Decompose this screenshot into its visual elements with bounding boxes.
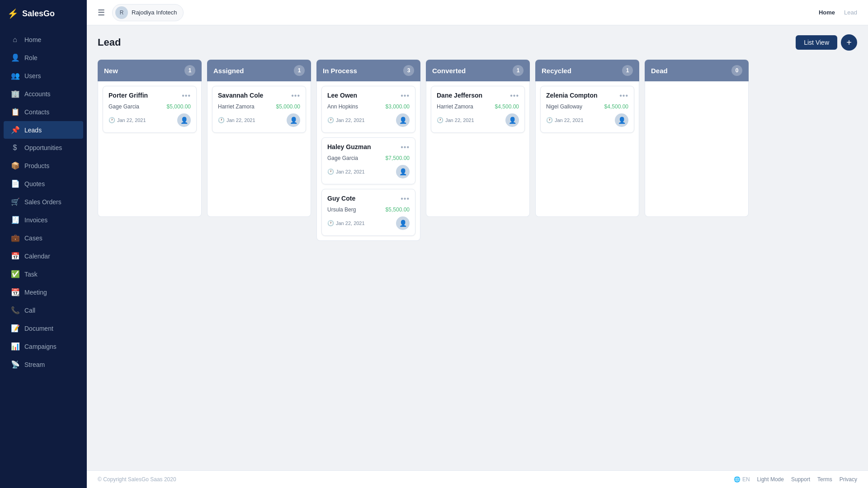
card-date: 🕐 Jan 22, 2021 <box>546 117 584 123</box>
card-menu-icon[interactable]: ••• <box>401 143 410 151</box>
col-title-dead: Dead <box>651 67 668 75</box>
card-date-text: Jan 22, 2021 <box>226 117 255 123</box>
card-menu-icon[interactable]: ••• <box>510 92 519 100</box>
col-header-new: New 1 <box>98 60 202 81</box>
sidebar-label-document: Document <box>24 325 53 332</box>
sidebar-item-sales-orders[interactable]: 🛒 Sales Orders <box>4 193 83 211</box>
sidebar-label-leads: Leads <box>24 127 42 134</box>
sidebar-item-call[interactable]: 📞 Call <box>4 301 83 319</box>
company-selector[interactable]: R Rajodiya Infotech <box>112 4 184 21</box>
kanban-card[interactable]: Porter Griffin ••• Gage Garcia $5,000.00… <box>103 86 197 133</box>
sidebar-label-campaigns: Campaigns <box>24 343 57 350</box>
card-date-text: Jan 22, 2021 <box>555 117 584 123</box>
copyright: © Copyright SalesGo Saas 2020 <box>98 476 176 483</box>
sidebar-item-calendar[interactable]: 📅 Calendar <box>4 247 83 265</box>
role-icon: 👤 <box>11 53 19 62</box>
card-assignee: Ann Hopkins <box>327 103 358 110</box>
card-menu-icon[interactable]: ••• <box>401 92 410 100</box>
col-body-new: Porter Griffin ••• Gage Garcia $5,000.00… <box>98 81 202 217</box>
sidebar-item-opportunities[interactable]: $ Opportunities <box>4 139 83 156</box>
sidebar-item-role[interactable]: 👤 Role <box>4 49 83 66</box>
card-amount: $5,000.00 <box>167 103 191 110</box>
invoices-icon: 🧾 <box>11 216 19 224</box>
card-name: Guy Cote <box>327 195 355 202</box>
card-menu-icon[interactable]: ••• <box>619 92 628 100</box>
topbar-home[interactable]: Home <box>819 9 835 16</box>
kanban-card[interactable]: Guy Cote ••• Ursula Berg $5,500.00 🕐 Jan… <box>321 189 415 236</box>
cases-icon: 💼 <box>11 234 19 242</box>
sidebar-item-meeting[interactable]: 📆 Meeting <box>4 283 83 301</box>
support-link[interactable]: Support <box>791 476 810 483</box>
add-lead-button[interactable]: + <box>841 34 857 51</box>
card-amount: $4,500.00 <box>604 103 628 110</box>
privacy-link[interactable]: Privacy <box>840 476 857 483</box>
kanban-card[interactable]: Savannah Cole ••• Harriet Zamora $5,000.… <box>212 86 306 133</box>
light-mode-toggle[interactable]: Light Mode <box>757 476 784 483</box>
card-date: 🕐 Jan 22, 2021 <box>327 220 365 226</box>
clock-icon: 🕐 <box>327 117 334 123</box>
kanban-card[interactable]: Zelenia Compton ••• Nigel Galloway $4,50… <box>540 86 634 133</box>
app-logo[interactable]: ⚡ SalesGo <box>0 0 87 27</box>
topbar-nav: Home Lead <box>819 9 857 16</box>
col-body-in-process: Lee Owen ••• Ann Hopkins $3,000.00 🕐 Jan… <box>316 81 420 241</box>
kanban-card[interactable]: Haley Guzman ••• Gage Garcia $7,500.00 🕐… <box>321 137 415 184</box>
sidebar-item-quotes[interactable]: 📄 Quotes <box>4 175 83 192</box>
sidebar-item-accounts[interactable]: 🏢 Accounts <box>4 85 83 103</box>
card-menu-icon[interactable]: ••• <box>401 195 410 203</box>
page-header: Lead List View + <box>98 34 857 51</box>
page-header-actions: List View + <box>796 34 857 51</box>
avatar-icon: 👤 <box>290 117 297 124</box>
accounts-icon: 🏢 <box>11 89 19 98</box>
clock-icon: 🕐 <box>437 117 443 123</box>
main-area: ☰ R Rajodiya Infotech Home Lead Lead Lis… <box>87 0 868 488</box>
avatar-icon: 👤 <box>399 220 407 227</box>
avatar-icon: 👤 <box>618 117 626 124</box>
sidebar-label-contacts: Contacts <box>24 108 49 116</box>
kanban-column-new: New 1 Porter Griffin ••• Gage Garcia $5,… <box>98 60 202 241</box>
col-badge-dead: 0 <box>731 65 742 76</box>
sidebar-item-invoices[interactable]: 🧾 Invoices <box>4 211 83 229</box>
terms-link[interactable]: Terms <box>817 476 832 483</box>
col-body-recycled: Zelenia Compton ••• Nigel Galloway $4,50… <box>535 81 639 217</box>
sidebar-item-document[interactable]: 📝 Document <box>4 319 83 337</box>
col-body-converted: Dane Jefferson ••• Harriet Zamora $4,500… <box>426 81 530 217</box>
card-menu-icon[interactable]: ••• <box>291 92 300 100</box>
sidebar-item-home[interactable]: ⌂ Home <box>4 31 83 48</box>
sidebar-label-products: Products <box>24 162 49 169</box>
language-selector[interactable]: 🌐 EN <box>734 476 750 483</box>
card-date-text: Jan 22, 2021 <box>445 117 474 123</box>
task-icon: ✅ <box>11 270 19 278</box>
card-date: 🕐 Jan 22, 2021 <box>108 117 146 123</box>
card-menu-icon[interactable]: ••• <box>182 92 191 100</box>
clock-icon: 🕐 <box>546 117 553 123</box>
sidebar-label-accounts: Accounts <box>24 90 51 98</box>
kanban-card[interactable]: Dane Jefferson ••• Harriet Zamora $4,500… <box>431 86 525 133</box>
card-name: Lee Owen <box>327 92 357 99</box>
col-header-converted: Converted 1 <box>426 60 530 81</box>
hamburger-icon[interactable]: ☰ <box>98 8 105 18</box>
card-assignee: Ursula Berg <box>327 206 356 213</box>
sales-orders-icon: 🛒 <box>11 197 19 206</box>
users-icon: 👥 <box>11 71 19 80</box>
sidebar-item-stream[interactable]: 📡 Stream <box>4 356 83 373</box>
sidebar-item-leads[interactable]: 📌 Leads <box>4 121 83 139</box>
col-title-converted: Converted <box>432 67 466 75</box>
sidebar-label-stream: Stream <box>24 361 45 368</box>
card-avatar: 👤 <box>615 113 628 127</box>
sidebar-item-users[interactable]: 👥 Users <box>4 67 83 84</box>
card-avatar: 👤 <box>396 216 410 230</box>
sidebar-item-campaigns[interactable]: 📊 Campaigns <box>4 338 83 355</box>
kanban-card[interactable]: Lee Owen ••• Ann Hopkins $3,000.00 🕐 Jan… <box>321 86 415 133</box>
col-header-dead: Dead 0 <box>645 60 749 81</box>
footer: © Copyright SalesGo Saas 2020 🌐 EN Light… <box>87 470 868 488</box>
card-date: 🕐 Jan 22, 2021 <box>437 117 474 123</box>
sidebar-item-task[interactable]: ✅ Task <box>4 265 83 283</box>
card-name: Zelenia Compton <box>546 92 598 99</box>
clock-icon: 🕐 <box>327 220 334 226</box>
sidebar-item-cases[interactable]: 💼 Cases <box>4 229 83 247</box>
sidebar-label-meeting: Meeting <box>24 289 47 296</box>
list-view-button[interactable]: List View <box>796 35 837 50</box>
sidebar-item-products[interactable]: 📦 Products <box>4 157 83 174</box>
topbar-lead[interactable]: Lead <box>844 9 857 16</box>
sidebar-item-contacts[interactable]: 📋 Contacts <box>4 103 83 121</box>
